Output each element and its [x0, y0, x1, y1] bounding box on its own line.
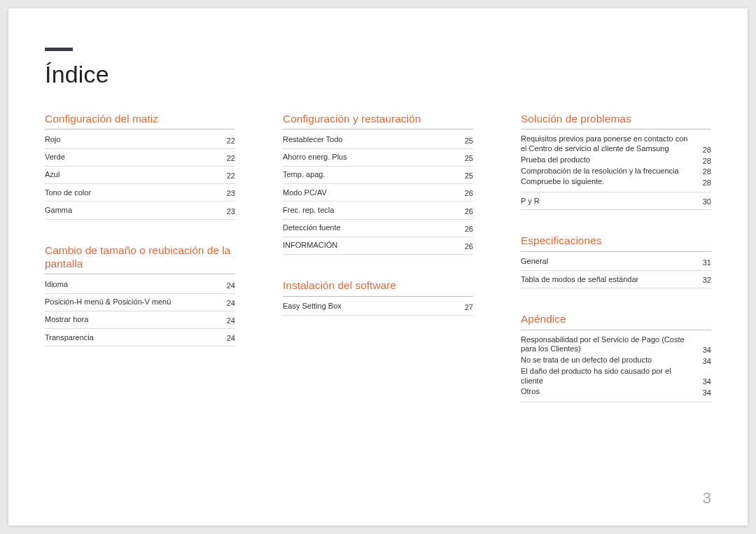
toc-column: Configuración del matiz Rojo22 Verde22 A… [45, 112, 235, 426]
page: Índice Configuración del matiz Rojo22 Ve… [8, 8, 748, 526]
toc-entry-label: Compruebe lo siguiente. [521, 177, 694, 187]
toc-entry-label: Easy Setting Box [283, 302, 456, 311]
toc-section: Cambio de tamaño o reubicación de la pan… [45, 244, 235, 347]
toc-entry[interactable]: Azul22 [45, 167, 235, 184]
toc-subentry[interactable]: El daño del producto ha sido causado por… [521, 366, 711, 387]
toc-subentry[interactable]: Compruebe lo siguiente.28 [521, 176, 711, 188]
toc-entry-label: Posición-H menú & Posición-V menú [45, 297, 218, 307]
toc-section: Configuración y restauración Restablecer… [283, 112, 473, 255]
section-heading: Configuración del matiz [45, 112, 235, 129]
toc-subentry[interactable]: Comprobación de la resolución y la frecu… [521, 166, 711, 177]
toc-entry-page: 24 [227, 334, 235, 342]
toc-entry-page: 34 [703, 388, 711, 397]
toc-entry[interactable]: Idioma24 [45, 276, 235, 293]
toc-entry-page: 27 [465, 303, 473, 311]
toc-entry-page: 22 [227, 171, 235, 180]
toc-entry-page: 25 [465, 136, 473, 145]
toc-section: Instalación del software Easy Setting Bo… [283, 279, 473, 316]
toc-entry[interactable]: Easy Setting Box27 [283, 298, 473, 316]
toc-entry[interactable]: Tabla de modos de señal estándar32 [521, 271, 711, 288]
toc-entry-label: P y R [521, 197, 694, 206]
toc-entry-label: No se trata de un defecto del producto [521, 356, 694, 365]
toc-entry[interactable]: INFORMACIÓN26 [283, 237, 473, 255]
toc-entry[interactable]: Gamma23 [45, 202, 235, 219]
toc-entry-page: 23 [227, 207, 235, 216]
toc-entry-label: Ahorro energ. Plus [283, 153, 456, 162]
toc-column: Solución de problemas Requisitos previos… [521, 112, 711, 426]
toc-entry-label: Restablecer Todo [283, 135, 456, 145]
toc-entry-page: 24 [227, 299, 235, 307]
section-heading: Apéndice [521, 312, 711, 330]
toc-entry-label: Azul [45, 170, 218, 180]
toc-entry-page: 26 [465, 207, 473, 216]
toc-entry-label: INFORMACIÓN [283, 241, 456, 251]
toc-entry-page: 34 [703, 346, 711, 354]
toc-entry-page: 24 [227, 316, 235, 325]
toc-entry-label: Rojo [45, 135, 218, 145]
toc-entry-label: Comprobación de la resolución y la frecu… [521, 167, 694, 176]
toc-entry[interactable]: Verde22 [45, 149, 235, 167]
toc-entry-page: 23 [227, 189, 235, 197]
toc-entry-label: Modo PC/AV [283, 188, 456, 198]
toc-entry-label: Tono de color [45, 188, 218, 198]
page-number: 3 [703, 489, 711, 507]
toc-section: Configuración del matiz Rojo22 Verde22 A… [45, 112, 235, 220]
toc-entry-page: 25 [465, 154, 473, 162]
toc-entry[interactable]: Tono de color23 [45, 184, 235, 202]
toc-entry[interactable]: Temp. apag.25 [283, 167, 473, 184]
toc-columns: Configuración del matiz Rojo22 Verde22 A… [45, 112, 711, 426]
toc-entry-page: 26 [465, 225, 473, 233]
toc-entry-label: Gamma [45, 206, 218, 216]
page-title: Índice [45, 61, 711, 88]
section-heading: Cambio de tamaño o reubicación de la pan… [45, 244, 235, 275]
toc-entry-page: 26 [465, 242, 473, 251]
toc-entry-page: 30 [703, 197, 711, 206]
toc-subentry[interactable]: No se trata de un defecto del producto34 [521, 355, 711, 366]
toc-entry-label: Temp. apag. [283, 170, 456, 180]
toc-entry-page: 34 [703, 377, 711, 386]
toc-subentry[interactable]: Prueba del producto28 [521, 155, 711, 166]
toc-entry-page: 31 [703, 258, 711, 267]
toc-subentry[interactable]: Requisitos previos para ponerse en conta… [521, 134, 711, 155]
toc-section: Especificaciones General31 Tabla de modo… [521, 234, 711, 288]
toc-entry[interactable]: Transparencia24 [45, 329, 235, 346]
toc-subentry[interactable]: Otros34 [521, 386, 711, 398]
accent-bar [45, 48, 73, 51]
toc-entry-page: 28 [703, 157, 711, 165]
toc-entry-page: 26 [465, 189, 473, 197]
toc-entry[interactable]: Detección fuente26 [283, 220, 473, 237]
toc-entry[interactable]: Modo PC/AV26 [283, 184, 473, 202]
toc-entry-label: Otros [521, 387, 694, 397]
toc-entry-label: Prueba del producto [521, 155, 694, 165]
section-heading: Especificaciones [521, 234, 711, 251]
toc-column: Configuración y restauración Restablecer… [283, 112, 473, 426]
toc-entry-page: 22 [227, 154, 235, 162]
toc-entry-page: 25 [465, 171, 473, 180]
toc-entry-page: 28 [703, 167, 711, 176]
toc-entry-page: 28 [703, 178, 711, 187]
section-heading: Configuración y restauración [283, 112, 473, 129]
toc-entry-label: Frec. rep. tecla [283, 206, 456, 216]
toc-section: Solución de problemas Requisitos previos… [521, 112, 711, 210]
toc-entry-group: Requisitos previos para ponerse en conta… [521, 131, 711, 192]
toc-entry[interactable]: Ahorro energ. Plus25 [283, 149, 473, 167]
toc-entry[interactable]: Posición-H menú & Posición-V menú24 [45, 294, 235, 311]
toc-entry[interactable]: General31 [521, 253, 711, 271]
toc-entry-label: Idioma [45, 280, 218, 290]
section-heading: Instalación del software [283, 279, 473, 296]
toc-entry[interactable]: Frec. rep. tecla26 [283, 202, 473, 219]
toc-entry-label: Mostrar hora [45, 315, 218, 325]
toc-entry-label: Responsabilidad por el Servicio de Pago … [521, 335, 694, 355]
toc-entry-group: Responsabilidad por el Servicio de Pago … [521, 332, 711, 403]
toc-entry-label: General [521, 257, 694, 267]
toc-entry[interactable]: Mostrar hora24 [45, 311, 235, 329]
toc-entry-page: 24 [227, 281, 235, 290]
toc-entry-label: Transparencia [45, 333, 218, 343]
toc-entry[interactable]: Restablecer Todo25 [283, 131, 473, 148]
toc-entry-label: Detección fuente [283, 223, 456, 233]
toc-entry[interactable]: P y R30 [521, 192, 711, 210]
toc-entry[interactable]: Rojo22 [45, 131, 235, 148]
toc-subentry[interactable]: Responsabilidad por el Servicio de Pago … [521, 335, 711, 356]
section-heading: Solución de problemas [521, 112, 711, 129]
toc-entry-page: 28 [703, 146, 711, 154]
